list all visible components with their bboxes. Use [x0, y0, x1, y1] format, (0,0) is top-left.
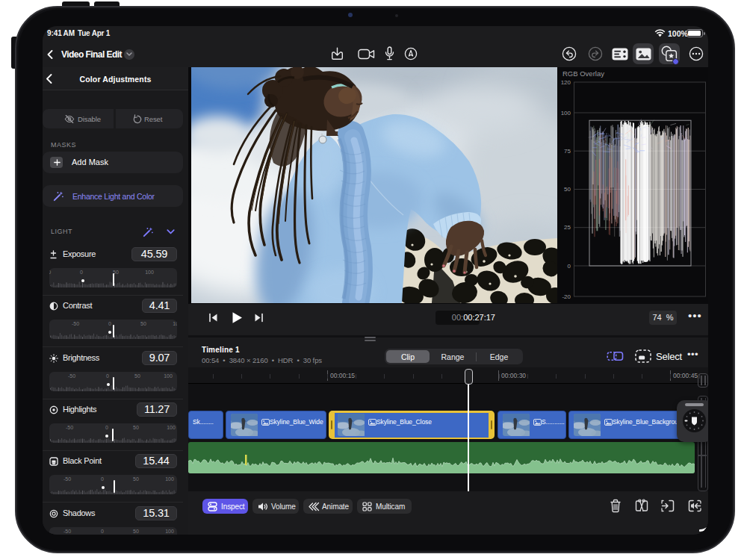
svg-text:100: 100: [561, 110, 571, 116]
svg-text:50: 50: [564, 186, 571, 193]
svg-text:-20: -20: [562, 293, 571, 300]
svg-text:0: 0: [568, 263, 571, 270]
svg-text:25: 25: [564, 224, 571, 231]
svg-text:75: 75: [564, 148, 571, 155]
svg-text:120: 120: [561, 79, 571, 86]
